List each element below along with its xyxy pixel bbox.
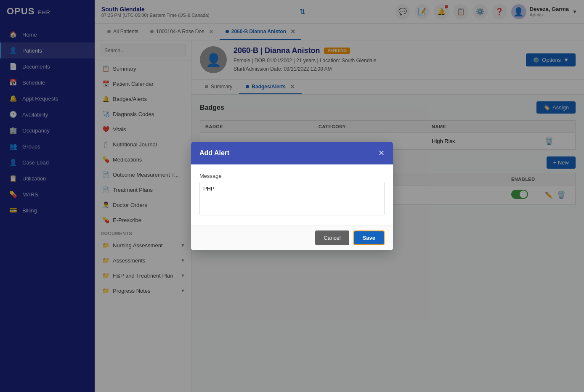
modal-header: Add Alert ✕ <box>191 142 393 164</box>
cancel-button[interactable]: Cancel <box>315 230 349 245</box>
modal-overlay: Add Alert ✕ Message Cancel Save <box>0 0 584 392</box>
save-button[interactable]: Save <box>353 230 385 245</box>
modal-close-button[interactable]: ✕ <box>378 148 385 158</box>
modal-footer: Cancel Save <box>191 225 393 250</box>
modal-title: Add Alert <box>199 149 229 157</box>
message-textarea[interactable] <box>199 182 385 215</box>
add-alert-modal: Add Alert ✕ Message Cancel Save <box>191 142 393 250</box>
message-label: Message <box>199 173 385 179</box>
modal-body: Message <box>191 164 393 225</box>
